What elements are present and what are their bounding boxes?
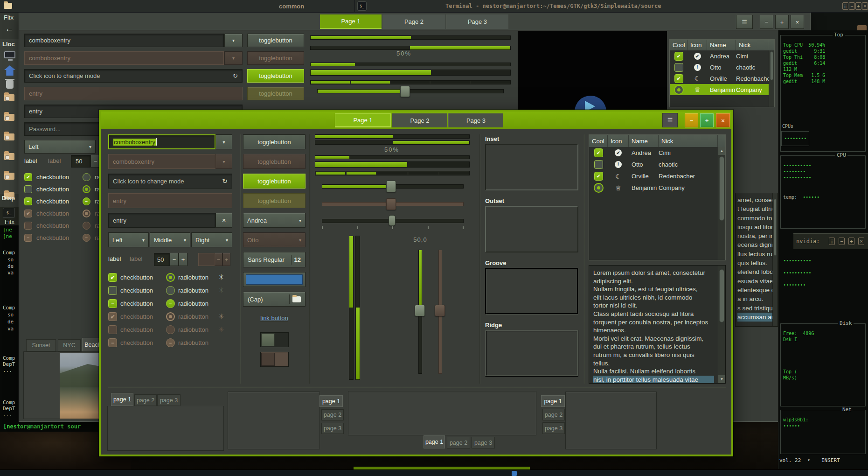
checkbox-mixed[interactable]: −: [108, 299, 117, 308]
notebook4-tab-page3[interactable]: page 3: [542, 422, 565, 434]
combobox-dropdown[interactable]: ▾: [224, 34, 243, 47]
radio-mixed[interactable]: −: [83, 197, 90, 205]
combobox-left[interactable]: Left▾: [108, 232, 149, 247]
folder-documents-icon[interactable]: [4, 114, 14, 121]
column-header-icon[interactable]: Icon: [608, 135, 629, 147]
notebook2-tab-page1[interactable]: page 1: [319, 395, 343, 407]
table-row[interactable]: ✔ ☾ Orville Redenbacher: [670, 73, 774, 84]
table-row[interactable]: ! Otto chaotic: [589, 159, 725, 170]
combobox-left[interactable]: Left▾: [24, 140, 96, 154]
scrollbar-thumb[interactable]: [774, 199, 777, 256]
scrollbar-thumb[interactable]: [770, 51, 773, 80]
tab-page2[interactable]: Page 2: [392, 113, 447, 127]
maximize-button[interactable]: +: [775, 15, 789, 29]
cool-checkbox[interactable]: [594, 160, 603, 169]
notebook4-tab-page1[interactable]: page 1: [541, 395, 565, 407]
folder-music-icon[interactable]: [4, 133, 14, 140]
column-header-name[interactable]: Name: [707, 40, 736, 50]
scrollbar[interactable]: ▲: [718, 147, 725, 260]
table-row[interactable]: ✔ ☾ Orville Redenbacher: [589, 170, 725, 182]
column-header-nick[interactable]: Nick: [736, 40, 768, 50]
notebook3-tab-page1[interactable]: page 1: [424, 435, 445, 448]
vertical-scale-handle[interactable]: [415, 305, 425, 316]
menu-file[interactable]: Fitx: [5, 218, 14, 225]
minimize-button[interactable]: −: [760, 15, 773, 29]
maximize-button[interactable]: +: [700, 113, 714, 127]
scroll-down-button[interactable]: ▼: [718, 375, 725, 383]
radiobutton-label[interactable]: radiobutton: [178, 287, 208, 294]
notebook3-tab-page2[interactable]: page 2: [447, 437, 470, 448]
grid-icon[interactable]: ⣿: [842, 2, 848, 10]
comboboxentry-field[interactable]: comboboxentry: [24, 34, 224, 47]
checkbutton-label[interactable]: checkbutton: [36, 186, 69, 193]
font-button[interactable]: Sans Regular 12: [243, 252, 306, 267]
radio-unchecked[interactable]: [83, 173, 90, 181]
notebook2-tab-page2[interactable]: page 2: [321, 409, 344, 420]
radio-checked[interactable]: [166, 273, 175, 282]
column-header-cool[interactable]: Cool: [589, 135, 608, 147]
treeview[interactable]: Cool Icon Name Nick ✔ ✔ Andrea Cimi ! Ot…: [589, 134, 726, 260]
table-row-selected[interactable]: ♕ Benjamin Company: [670, 84, 774, 95]
menu-button[interactable]: ☰: [736, 15, 753, 29]
scrollbar[interactable]: [769, 50, 774, 107]
switch-off[interactable]: [260, 332, 289, 347]
comboboxentry-field-focused[interactable]: comboboxentry: [108, 134, 215, 149]
scroll-up-button[interactable]: ▲: [718, 147, 725, 155]
play-button[interactable]: [575, 96, 606, 111]
cool-checkbox[interactable]: ✔: [674, 52, 683, 61]
column-header-icon[interactable]: Icon: [687, 40, 707, 50]
togglebutton-active[interactable]: togglebutton: [247, 69, 304, 83]
scale-handle[interactable]: [400, 86, 410, 97]
scale-handle-small[interactable]: [389, 215, 396, 226]
grid-icon[interactable]: ⣿: [829, 238, 835, 245]
folder-recent-icon[interactable]: [4, 94, 14, 101]
entry-clear-button[interactable]: ✕: [215, 213, 232, 228]
tab-page1[interactable]: Page 1: [335, 113, 391, 127]
togglebutton[interactable]: togglebutton: [243, 134, 306, 149]
maximize-button[interactable]: +: [855, 2, 861, 10]
refresh-icon[interactable]: ↻: [233, 72, 238, 79]
minimize-button[interactable]: −: [839, 238, 845, 245]
maximize-button[interactable]: +: [848, 238, 854, 245]
taskbar[interactable]: [0, 469, 868, 476]
table-row[interactable]: ✔ ✔ Andrea Cimi: [589, 147, 725, 159]
checkbox-checked[interactable]: ✔: [108, 273, 117, 282]
scrollbar[interactable]: ▼: [718, 266, 725, 383]
color-button[interactable]: [243, 272, 306, 287]
file-chooser-button[interactable]: (Cap): [243, 292, 306, 307]
checkbutton-label[interactable]: checkbutton: [120, 300, 153, 307]
scale-handle[interactable]: [386, 181, 396, 192]
home-icon[interactable]: [4, 65, 15, 76]
cool-checkbox[interactable]: ✔: [594, 172, 603, 181]
scrollbar[interactable]: [772, 193, 778, 326]
radio-checked[interactable]: [83, 185, 90, 193]
cool-checkbox[interactable]: ✔: [674, 74, 683, 83]
table-row[interactable]: ♕ Benjamin Company: [589, 182, 725, 194]
close-button[interactable]: ×: [862, 2, 868, 10]
checkbutton-label[interactable]: checkbutton: [36, 174, 69, 181]
folder-videos-icon[interactable]: [4, 173, 14, 180]
column-header-name[interactable]: Name: [629, 135, 659, 147]
checkbutton-label[interactable]: checkbutton: [120, 274, 153, 281]
cool-radio[interactable]: [594, 183, 604, 193]
spin-minus-button[interactable]: −: [170, 253, 179, 266]
radio-mixed[interactable]: −: [166, 299, 175, 308]
tab-page2[interactable]: Page 2: [382, 14, 445, 29]
switch-knob[interactable]: [261, 333, 275, 346]
tab-page3[interactable]: Page 3: [446, 14, 508, 29]
entry[interactable]: entry: [108, 213, 215, 228]
link-button[interactable]: link button: [243, 314, 306, 322]
checkbutton-label[interactable]: checkbutton: [36, 198, 69, 205]
table-row[interactable]: ✔ ✔ Andrea Cimi: [670, 50, 774, 62]
scrollbar-thumb[interactable]: [719, 156, 724, 221]
folder-pictures-icon[interactable]: [4, 153, 14, 160]
radio-unchecked[interactable]: [166, 286, 175, 295]
treeview[interactable]: Cool Icon Name Nick ✔ ✔ Andrea Cimi ! Ot…: [669, 39, 775, 107]
notebook2-tab-page3[interactable]: page 3: [321, 423, 344, 434]
togglebutton-active[interactable]: togglebutton: [243, 174, 306, 189]
combobox-name[interactable]: Andrea▾: [243, 213, 306, 228]
menu-button[interactable]: ☰: [662, 113, 678, 127]
computer-icon[interactable]: [4, 51, 15, 58]
tab-sunset[interactable]: Sunset: [26, 339, 56, 351]
spinbutton-value[interactable]: 50: [71, 155, 90, 168]
